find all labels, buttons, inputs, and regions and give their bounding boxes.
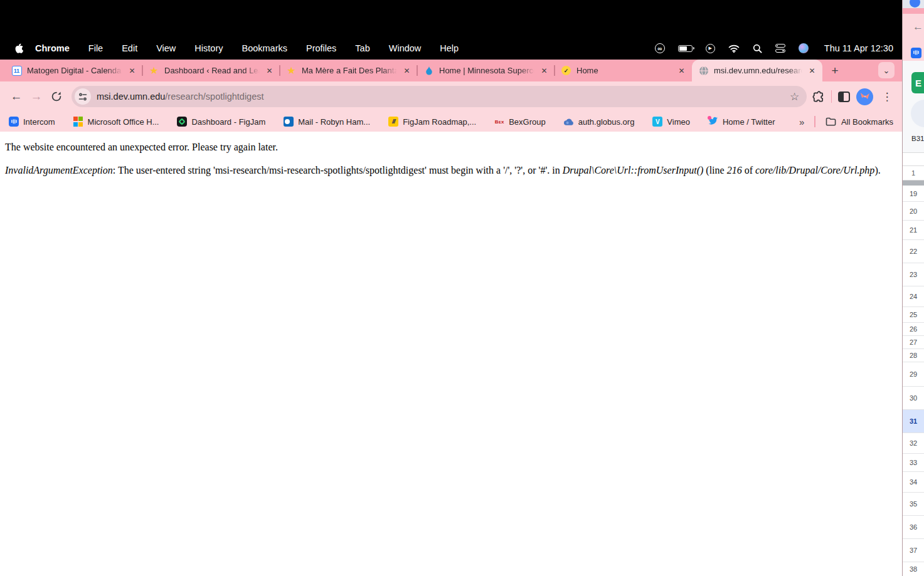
tab-label: Ma Mère a Fait Des Planta (302, 66, 399, 75)
menu-item-help[interactable]: Help (440, 43, 459, 53)
sheet-row-header-37[interactable]: 37 (903, 539, 924, 562)
sheet-row-header-22[interactable]: 22 (903, 240, 924, 263)
side-panel-icon[interactable] (838, 92, 850, 102)
exception-text2: of (742, 165, 755, 175)
menu-item-chrome[interactable]: Chrome (35, 43, 70, 53)
sheet-row-header-23[interactable]: 23 (903, 263, 924, 286)
tab-4[interactable]: Home | Minnesota Superco✕ (417, 60, 555, 81)
sheet-row-header-31-selected[interactable]: 31 (903, 410, 924, 433)
bookmark-bexgroup[interactable]: BᴇxBexGroup (494, 117, 546, 127)
new-tab-button[interactable]: + (826, 62, 844, 80)
bookmark-mail-robyn-ham[interactable]: Mail - Robyn Ham... (284, 117, 370, 127)
sheet-header-corner (903, 152, 924, 166)
sheet-row-header-33[interactable]: 33 (903, 454, 924, 472)
sheet-row-header-35[interactable]: 35 (903, 493, 924, 516)
more-menu-icon[interactable]: ⋮ (879, 90, 895, 103)
sheet-row-header-21[interactable]: 21 (903, 221, 924, 240)
url-text[interactable]: msi.dev.umn.edu/research/spotlightdigest (97, 92, 787, 102)
sheet-row-header-32[interactable]: 32 (903, 433, 924, 454)
bookmark-figjam-roadmap[interactable]: ///FigJam Roadmap,... (388, 117, 476, 127)
sheet-row-header-38[interactable]: 38 (903, 562, 924, 576)
background-tab-strip (903, 8, 924, 14)
profile-avatar[interactable] (856, 88, 873, 105)
menu-item-edit[interactable]: Edit (122, 43, 137, 53)
vimeo-icon: V (652, 117, 662, 127)
google-calendar-icon: 11 (11, 65, 22, 76)
tab-strip: 11Matogen Digital - Calenda✕★Dashboard ‹… (0, 60, 902, 81)
sheet-row-header-1[interactable]: 1 (903, 166, 924, 181)
sheet-row-header-20[interactable]: 20 (903, 202, 924, 221)
bookmark-dashboard-figjam[interactable]: Dashboard - FigJam (177, 117, 265, 127)
menu-item-file[interactable]: File (88, 43, 103, 53)
sheet-row-header-28[interactable]: 28 (903, 349, 924, 362)
tab-5[interactable]: ✓Home✕ (555, 60, 692, 81)
tab-1[interactable]: 11Matogen Digital - Calenda✕ (5, 60, 142, 81)
forward-button[interactable]: → (26, 86, 46, 107)
sheet-row-header-36[interactable]: 36 (903, 516, 924, 539)
bookmark-home-twitter[interactable]: Home / Twitter (708, 117, 775, 127)
background-toolbar: ← (903, 14, 924, 61)
background-back-icon[interactable]: ← (913, 21, 923, 33)
bookmark-intercom[interactable]: Intercom (9, 117, 55, 127)
wifi-icon[interactable] (728, 45, 740, 53)
sheet-row-header-24[interactable]: 24 (903, 286, 924, 307)
tab-6-active[interactable]: msi.dev.umn.edu/research✕ (692, 60, 822, 81)
sheets-icon: E (911, 72, 924, 93)
sheet-row-header-19[interactable]: 19 (903, 186, 924, 202)
menu-item-bookmarks[interactable]: Bookmarks (242, 43, 287, 53)
bookmark-label: Microsoft Office H... (88, 117, 159, 127)
tab-3[interactable]: ★Ma Mère a Fait Des Planta✕ (280, 60, 417, 81)
tab-close-icon[interactable]: ✕ (807, 65, 817, 76)
notification-app-icon (910, 0, 920, 8)
menu-item-tab[interactable]: Tab (355, 43, 369, 53)
battery-charging-icon[interactable] (678, 45, 693, 52)
twitter-icon (708, 117, 718, 127)
bookmark-label: Intercom (23, 117, 55, 127)
apple-menu-icon[interactable] (9, 43, 28, 54)
control-center-icon[interactable] (775, 44, 785, 53)
bookmark-label: Dashboard - FigJam (191, 117, 265, 127)
creative-cloud-icon[interactable]: ∞ (655, 43, 665, 53)
extensions-icon[interactable] (812, 90, 825, 103)
cell-name-box[interactable]: B31 (903, 135, 924, 142)
tab-search-chevron-icon[interactable]: ⌄ (878, 62, 895, 78)
menu-items: Chrome File Edit View History Bookmarks … (35, 43, 459, 53)
tab-close-icon[interactable]: ✕ (264, 65, 275, 76)
bookmark-vimeo[interactable]: VVimeo (652, 117, 690, 127)
menu-item-window[interactable]: Window (389, 43, 422, 53)
bookmarks-overflow-chevron[interactable]: » (799, 117, 804, 127)
sheet-row-header-29[interactable]: 29 (903, 362, 924, 387)
siri-icon[interactable] (799, 43, 809, 53)
site-settings-icon[interactable] (75, 88, 91, 105)
bookmark-star-icon[interactable]: ☆ (787, 88, 803, 105)
reload-button[interactable] (46, 86, 66, 107)
exception-line-number: 216 (727, 165, 742, 175)
frozen-row-divider[interactable] (903, 181, 924, 186)
menu-item-profiles[interactable]: Profiles (306, 43, 336, 53)
sheet-row-header-30[interactable]: 30 (903, 387, 924, 410)
sheet-row-header-27[interactable]: 27 (903, 336, 924, 349)
screen-play-icon[interactable]: ▶ (706, 44, 715, 53)
tab-2[interactable]: ★Dashboard ‹ Read and Lea✕ (142, 60, 280, 81)
sheet-row-header-25[interactable]: 25 (903, 307, 924, 323)
tab-close-icon[interactable]: ✕ (127, 65, 137, 76)
menu-bar-clock[interactable]: Thu 11 Apr 12:30 (824, 43, 893, 53)
bookmark-label: BexGroup (509, 117, 546, 127)
menu-item-history[interactable]: History (194, 43, 223, 53)
tab-close-icon[interactable]: ✕ (539, 65, 550, 76)
omnibox[interactable]: msi.dev.umn.edu/research/spotlightdigest… (72, 86, 807, 107)
exception-message: InvalidArgumentException: The user-enter… (5, 164, 902, 177)
tab-close-icon[interactable]: ✕ (676, 65, 687, 76)
outlook-icon (284, 117, 294, 127)
bookmark-microsoft-office-h[interactable]: Microsoft Office H... (73, 117, 159, 127)
bookmark-auth-globus-org[interactable]: auth.globus.org (564, 117, 635, 127)
sheet-row-header-26[interactable]: 26 (903, 323, 924, 336)
search-icon[interactable] (753, 44, 762, 53)
tab-close-icon[interactable]: ✕ (401, 65, 412, 76)
back-button[interactable]: ← (6, 86, 26, 107)
sheet-row-headers: 1920212223242526272829303132333435363738 (903, 186, 924, 576)
sheet-row-header-34[interactable]: 34 (903, 472, 924, 493)
menu-item-view[interactable]: View (156, 43, 176, 53)
all-bookmarks-button[interactable]: All Bookmarks (826, 117, 893, 127)
figjam-roadmap-icon: /// (388, 117, 398, 127)
